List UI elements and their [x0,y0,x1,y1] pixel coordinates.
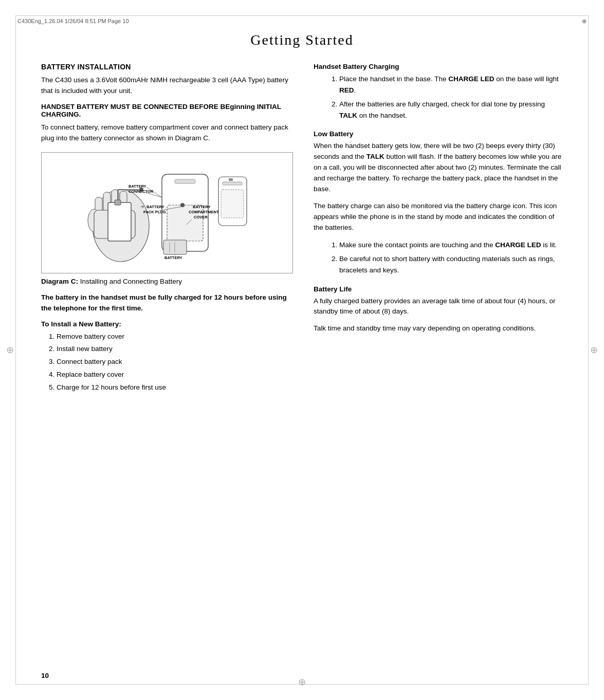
svg-text:BATTERY: BATTERY [147,205,164,209]
low-battery-step-1: Make sure the contact points are touchin… [339,240,563,251]
charge-led-bold-2: CHARGE LED [495,241,541,249]
svg-rect-8 [115,200,121,205]
install-step-1: Remove battery cover [57,331,293,343]
svg-rect-18 [223,182,242,185]
handset-battery-warning-title: HANDSET BATTERY MUST BE CONNECTED BEFORE… [41,103,293,118]
diagram-inner: BATTERY CONNECTOR BATTERY PACK PLUG ➔ BA… [80,159,254,267]
diagram-caption-rest: Installing and Connecting Battery [78,278,182,285]
handset-charging-title: Handset Battery Charging [314,63,563,70]
svg-text:PACK PLUG: PACK PLUG [143,210,166,214]
install-step-2: Install new battery [57,343,293,355]
install-step-5: Charge for 12 hours before first use [57,382,293,394]
battery-life-section: Battery Life A fully charged battery pro… [314,285,563,335]
left-crosshair: ⊕ [6,344,14,356]
diagram-box: BATTERY CONNECTOR BATTERY PACK PLUG ➔ BA… [41,152,293,273]
svg-rect-19 [221,190,244,218]
svg-text:BATTERY: BATTERY [193,205,211,209]
new-battery-title: To Install a New Battery: [41,320,293,328]
right-crosshair: ⊕ [590,344,598,356]
red-bold: RED [339,86,354,94]
battery-life-para2: Talk time and standby time may vary depe… [314,323,563,334]
svg-rect-20 [229,178,233,181]
header-crosshair: ⊕ [582,18,587,25]
battery-installation-title: BATTERY INSTALLATION [41,63,293,71]
talk-bold-1: TALK [339,112,357,119]
svg-text:BATTERY: BATTERY [164,255,182,260]
low-battery-para2: The battery charge can also be monitored… [314,201,563,233]
install-step-3: Connect battery pack [57,356,293,368]
charge-led-bold-1: CHARGE LED [448,75,494,83]
battery-bold-notice: The battery in the handset must be fully… [41,292,293,314]
diagram-caption-bold: Diagram C: [41,278,78,285]
low-battery-title: Low Battery [314,130,563,138]
svg-text:➔: ➔ [140,204,144,209]
right-column: Handset Battery Charging Place the hands… [314,63,563,400]
low-battery-steps-list: Make sure the contact points are touchin… [339,240,563,276]
page-content: Getting Started BATTERY INSTALLATION The… [0,0,604,431]
svg-text:BATTERY: BATTERY [129,184,147,189]
charging-step-2: After the batteries are fully charged, c… [339,99,563,121]
charging-steps-list: Place the handset in the base. The CHARG… [339,73,563,121]
bottom-crosshair: ⊕ [298,676,306,688]
header-bar: C430Eng_1.26.04 1/26/04 8:51 PM Page 10 … [15,15,589,27]
svg-rect-13 [175,179,195,183]
diagram-caption: Diagram C: Installing and Connecting Bat… [41,278,293,285]
battery-diagram-svg: BATTERY CONNECTOR BATTERY PACK PLUG ➔ BA… [80,159,254,267]
charging-step-1: Place the handset in the base. The CHARG… [339,73,563,96]
two-column-layout: BATTERY INSTALLATION The C430 uses a 3.6… [41,63,563,400]
install-step-4: Replace battery cover [57,369,293,381]
low-battery-section: Low Battery When the handset battery get… [314,130,563,275]
svg-rect-7 [108,202,131,241]
talk-bold-2: TALK [367,153,385,160]
low-battery-para1: When the handset battery gets low, there… [314,141,563,195]
page-title: Getting Started [41,32,563,48]
handset-charging-section: Handset Battery Charging Place the hands… [314,63,563,121]
svg-text:COMPARTMENT: COMPARTMENT [189,210,219,214]
battery-connection-instructions: To connect battery, remove battery compa… [41,122,293,144]
header-file-info: C430Eng_1.26.04 1/26/04 8:51 PM Page 10 [17,18,129,24]
battery-installation-intro: The C430 uses a 3.6Volt 600mAHr NiMH rec… [41,75,293,97]
battery-life-title: Battery Life [314,285,563,293]
left-column: BATTERY INSTALLATION The C430 uses a 3.6… [41,63,293,400]
low-battery-step-2: Be careful not to short battery with con… [339,253,563,275]
svg-text:COVER: COVER [194,215,208,219]
battery-life-para1: A fully charged battery provides an aver… [314,296,563,318]
page-number: 10 [41,672,49,679]
install-steps-list: Remove battery cover Install new battery… [57,331,293,394]
